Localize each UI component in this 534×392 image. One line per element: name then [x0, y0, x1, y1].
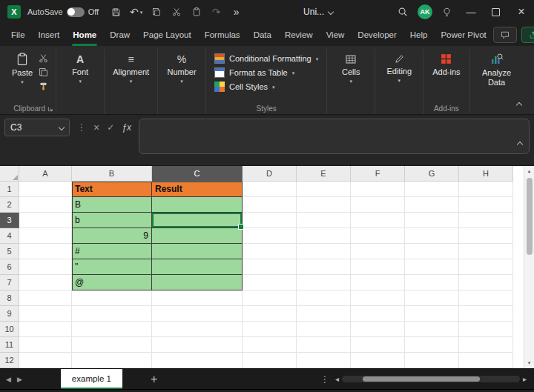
cell-H5[interactable]: [459, 244, 513, 259]
cell-H12[interactable]: [459, 353, 513, 368]
cut-button[interactable]: [39, 53, 48, 63]
redo-button[interactable]: ↷: [208, 2, 225, 21]
ribbon-tab-developer[interactable]: Developer: [351, 24, 403, 46]
cell-A5[interactable]: [19, 244, 72, 259]
ribbon-tab-page-layout[interactable]: Page Layout: [136, 24, 198, 46]
cell-H2[interactable]: [459, 197, 513, 213]
cell-E6[interactable]: [297, 259, 351, 275]
cell-E7[interactable]: [297, 275, 351, 290]
autosave-toggle[interactable]: AutoSave Off: [27, 7, 99, 17]
row-header-4[interactable]: 4: [0, 228, 19, 244]
undo-button[interactable]: ↶▾: [128, 2, 145, 21]
font-menu-button[interactable]: A Font ▾: [62, 50, 99, 87]
editing-menu-button[interactable]: Editing ▾: [380, 50, 418, 86]
cell-F10[interactable]: [351, 322, 405, 337]
cell-E12[interactable]: [297, 353, 351, 368]
cell-F9[interactable]: [351, 306, 405, 322]
maximize-button[interactable]: [484, 0, 509, 24]
cell-G7[interactable]: [405, 275, 459, 290]
ribbon-tab-view[interactable]: View: [320, 24, 352, 46]
cell-C5[interactable]: [152, 244, 243, 259]
cell-H1[interactable]: [459, 182, 513, 197]
column-header-B[interactable]: B: [72, 166, 152, 182]
name-box-splitter-icon[interactable]: ⋮: [77, 122, 86, 133]
vertical-scroll-thumb[interactable]: [527, 178, 533, 255]
cell-A1[interactable]: [19, 182, 72, 197]
cell-B10[interactable]: [72, 322, 152, 337]
cell-F4[interactable]: [351, 228, 405, 244]
cell-D9[interactable]: [243, 306, 297, 322]
ribbon-tab-formulas[interactable]: Formulas: [198, 24, 247, 46]
cell-F5[interactable]: [351, 244, 405, 259]
cell-F1[interactable]: [351, 182, 405, 197]
row-header-5[interactable]: 5: [0, 244, 19, 259]
column-header-A[interactable]: A: [19, 166, 72, 182]
column-header-H[interactable]: H: [459, 166, 513, 182]
cell-C3[interactable]: [152, 213, 243, 228]
cell-C2[interactable]: [152, 197, 243, 213]
format-painter-button[interactable]: [39, 82, 48, 91]
insert-function-button[interactable]: ƒx: [122, 122, 131, 133]
tips-button[interactable]: [436, 0, 458, 24]
cell-B4[interactable]: 9: [72, 228, 152, 244]
cell-A8[interactable]: [19, 290, 72, 306]
vertical-scrollbar[interactable]: ▴ ▾: [524, 166, 534, 368]
cell-D11[interactable]: [243, 337, 297, 353]
more-commands-button[interactable]: »: [228, 2, 245, 21]
cell-B3[interactable]: b: [72, 213, 152, 228]
cell-C11[interactable]: [152, 337, 243, 353]
name-box[interactable]: C3: [4, 119, 70, 136]
enter-button[interactable]: ✓: [107, 122, 114, 133]
paste-button[interactable]: Paste ▾: [8, 50, 36, 87]
add-sheet-button[interactable]: +: [151, 373, 157, 385]
cell-F12[interactable]: [351, 353, 405, 368]
formula-input[interactable]: [139, 119, 530, 154]
row-header-7[interactable]: 7: [0, 275, 19, 290]
cell-G9[interactable]: [405, 306, 459, 322]
column-header-C[interactable]: C: [152, 166, 243, 182]
column-header-G[interactable]: G: [405, 166, 459, 182]
cell-F7[interactable]: [351, 275, 405, 290]
cell-D8[interactable]: [243, 290, 297, 306]
cell-E3[interactable]: [297, 213, 351, 228]
cell-G10[interactable]: [405, 322, 459, 337]
cell-G8[interactable]: [405, 290, 459, 306]
cell-A10[interactable]: [19, 322, 72, 337]
cell-H3[interactable]: [459, 213, 513, 228]
cell-C1[interactable]: Result: [152, 182, 243, 197]
format-as-table-button[interactable]: Format as Table ▾: [211, 66, 321, 79]
row-header-9[interactable]: 9: [0, 306, 19, 322]
collapse-formula-bar-icon[interactable]: [517, 142, 523, 147]
cell-G1[interactable]: [405, 182, 459, 197]
cell-H8[interactable]: [459, 290, 513, 306]
cell-H4[interactable]: [459, 228, 513, 244]
cell-E8[interactable]: [297, 290, 351, 306]
sheet-nav-left-icon[interactable]: ◀: [6, 376, 11, 383]
cell-B11[interactable]: [72, 337, 152, 353]
ribbon-tab-help[interactable]: Help: [403, 24, 435, 46]
comments-button[interactable]: [493, 27, 517, 43]
cell-C12[interactable]: [152, 353, 243, 368]
paste-quick-button[interactable]: [188, 2, 205, 21]
cell-A11[interactable]: [19, 337, 72, 353]
ribbon-tab-home[interactable]: Home: [66, 24, 103, 46]
horizontal-scrollbar[interactable]: ◂ ▸: [335, 375, 527, 383]
cell-C10[interactable]: [152, 322, 243, 337]
cell-A7[interactable]: [19, 275, 72, 290]
sheet-options-icon[interactable]: ⋮: [320, 374, 329, 385]
cell-E11[interactable]: [297, 337, 351, 353]
copy-button[interactable]: [39, 67, 48, 77]
cell-B9[interactable]: [72, 306, 152, 322]
cell-E4[interactable]: [297, 228, 351, 244]
h-scroll-left-icon[interactable]: ◂: [335, 375, 339, 383]
row-header-1[interactable]: 1: [0, 182, 19, 197]
collapse-ribbon-button[interactable]: [513, 101, 525, 110]
horizontal-scroll-thumb[interactable]: [363, 376, 480, 382]
cell-G3[interactable]: [405, 213, 459, 228]
column-header-E[interactable]: E: [297, 166, 351, 182]
row-header-12[interactable]: 12: [0, 353, 19, 368]
cell-E2[interactable]: [297, 197, 351, 213]
row-header-8[interactable]: 8: [0, 290, 19, 306]
cell-F2[interactable]: [351, 197, 405, 213]
cell-E5[interactable]: [297, 244, 351, 259]
